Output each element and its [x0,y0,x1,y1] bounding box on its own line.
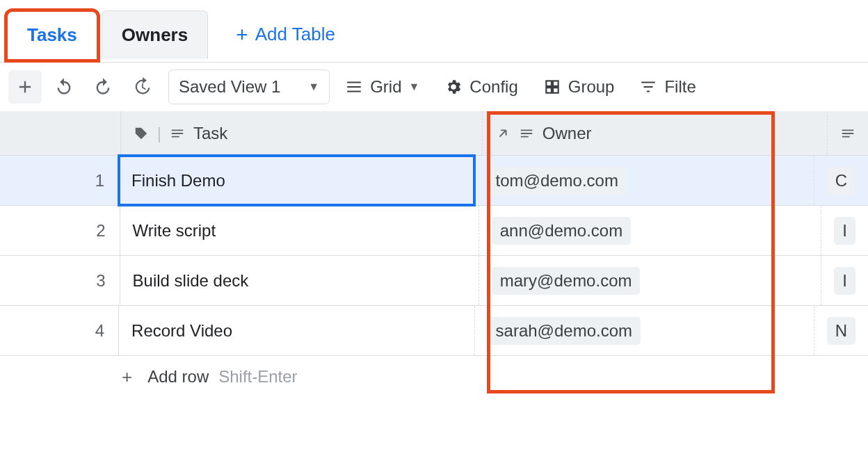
cell-task[interactable]: Build slide deck [120,256,479,305]
tabs-bar: Tasks Owners + Add Table [0,0,868,63]
tag-icon [134,126,149,141]
plus-icon [15,77,35,97]
undo-button[interactable] [47,70,81,104]
config-label: Config [469,77,517,97]
history-button[interactable] [125,70,159,104]
redo-button[interactable] [86,70,120,104]
group-button[interactable]: Group [533,70,625,104]
group-icon [543,78,561,96]
group-label: Group [568,77,615,97]
row-number: 3 [0,256,120,305]
saved-view-dropdown[interactable]: Saved View 1 ▼ [168,70,330,104]
config-button[interactable]: Config [435,70,527,104]
add-row-label: Add row [147,367,209,387]
column-header-label: Task [193,124,227,143]
tab-owners[interactable]: Owners [102,10,208,59]
task-text: Record Video [131,321,232,341]
extra-chip: N [827,317,855,345]
filter-button[interactable]: Filte [629,70,705,104]
row-number: 4 [0,306,119,355]
plus-icon: + [122,366,132,388]
grid-lines-icon [345,78,363,96]
owner-column-highlight [487,111,775,393]
cell-task[interactable]: Write script [120,206,479,255]
toolbar: Saved View 1 ▼ Grid ▼ Config Group Filte [0,63,868,111]
cell-extra[interactable]: I [821,256,868,305]
task-text: Write script [133,221,216,241]
header-separator: | [157,124,161,143]
add-row-hint: Shift-Enter [218,367,297,387]
layout-label: Grid [370,77,401,97]
layout-dropdown[interactable]: Grid ▼ [335,70,429,104]
filter-icon [639,78,657,96]
extra-chip: C [827,167,855,195]
cell-extra[interactable]: C [814,156,868,205]
rownum-header [0,111,121,155]
plus-icon: + [236,24,248,45]
saved-view-label: Saved View 1 [179,77,280,97]
extra-chip: I [834,267,855,295]
chevron-down-icon: ▼ [308,81,319,93]
chevron-down-icon: ▼ [409,81,420,93]
text-lines-icon [170,126,185,141]
add-button[interactable] [8,70,42,104]
row-number: 1 [0,156,119,205]
gear-icon [444,78,463,96]
column-header-task[interactable]: | Task [121,111,483,155]
history-icon [132,77,152,97]
tab-label: Tasks [27,24,77,46]
tab-tasks[interactable]: Tasks [7,11,97,60]
text-lines-icon [840,126,855,141]
undo-icon [54,77,74,97]
filter-label: Filte [664,77,696,97]
cell-task[interactable]: Record Video [119,306,475,355]
extra-chip: I [834,217,855,245]
task-text: Finish Demo [131,171,225,190]
add-table-label: Add Table [255,24,335,45]
cell-extra[interactable]: N [814,306,868,355]
row-number: 2 [0,206,120,255]
add-table-button[interactable]: + Add Table [222,10,349,59]
cell-task[interactable]: Finish Demo [119,156,475,205]
tab-label: Owners [122,24,188,46]
task-text: Build slide deck [133,271,249,291]
redo-icon [93,77,113,97]
cell-extra[interactable]: I [821,206,868,255]
column-header-extra[interactable] [828,111,868,155]
